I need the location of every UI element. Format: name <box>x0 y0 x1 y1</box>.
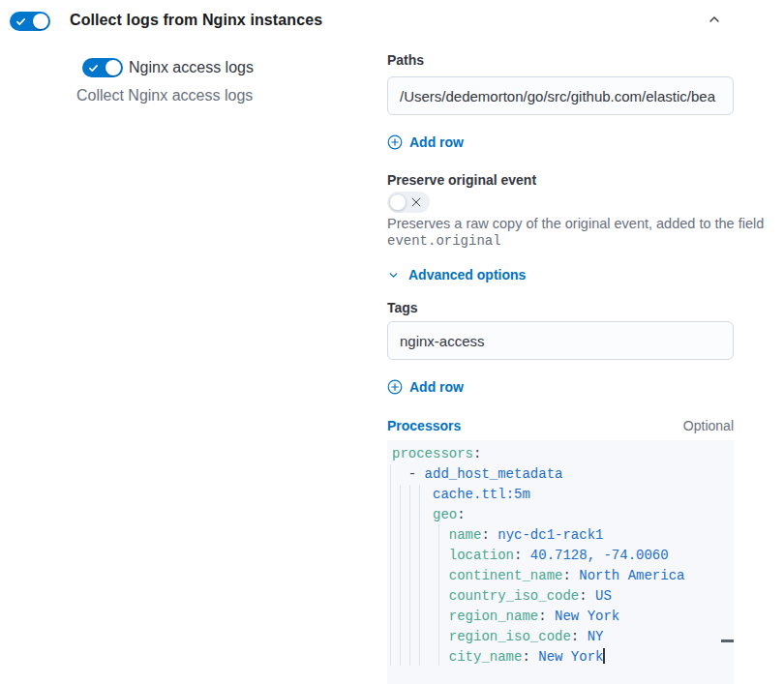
code-line: region_iso_code: NY <box>392 627 684 647</box>
yaml-value: add_host_metadata <box>425 466 563 482</box>
stream-description: Collect Nginx access logs <box>76 87 253 104</box>
advanced-options-label: Advanced options <box>408 267 526 283</box>
yaml-punctuation <box>392 609 449 624</box>
yaml-punctuation: : <box>571 629 588 644</box>
code-line: processors: <box>392 444 684 464</box>
switch-knob <box>389 193 407 211</box>
yaml-punctuation: : <box>562 568 579 583</box>
yaml-punctuation <box>392 487 433 502</box>
yaml-punctuation <box>392 568 449 583</box>
advanced-options-toggle[interactable]: Advanced options <box>387 267 526 283</box>
text-caret <box>603 648 605 664</box>
yaml-value: nyc-dc1-rack1 <box>498 527 603 543</box>
code-line: country_iso_code: US <box>392 586 684 607</box>
yaml-value: cache.ttl:5m <box>433 487 530 502</box>
cross-icon <box>409 195 423 213</box>
tags-input[interactable] <box>387 321 734 360</box>
yaml-punctuation: : <box>538 609 555 624</box>
paths-label: Paths <box>387 52 424 68</box>
yaml-punctuation: : <box>579 588 595 604</box>
yaml-key: name <box>449 527 482 543</box>
collect-logs-toggle[interactable] <box>10 12 50 31</box>
check-icon <box>15 15 27 32</box>
yaml-value: New York <box>538 649 603 665</box>
paths-add-row-button[interactable]: Add row <box>387 134 464 150</box>
plus-circle-icon <box>387 379 403 395</box>
code-line: continent_name: North America <box>392 566 684 586</box>
editor-resize-handle[interactable] <box>721 639 734 642</box>
yaml-key: processors <box>392 446 473 461</box>
panel-title: Collect logs from Nginx instances <box>70 12 322 29</box>
preserve-original-event-label: Preserve original event <box>387 172 536 188</box>
chevron-down-icon <box>387 269 400 282</box>
code-line: - add_host_metadata <box>392 464 684 485</box>
yaml-code: processors: - add_host_metadata cache.tt… <box>392 444 684 668</box>
yaml-key: continent_name <box>449 568 563 583</box>
add-row-label: Add row <box>409 134 464 150</box>
yaml-value: 40.7128, -74.0060 <box>530 548 669 563</box>
yaml-punctuation: : <box>481 527 498 543</box>
yaml-punctuation <box>392 548 449 563</box>
preserve-help-text: Preserves a raw copy of the original eve… <box>387 216 764 231</box>
plus-circle-icon <box>387 134 403 150</box>
processors-code-editor[interactable]: processors: - add_host_metadata cache.tt… <box>387 440 734 684</box>
processors-label-link[interactable]: Processors <box>387 418 461 433</box>
add-row-label: Add row <box>409 379 464 395</box>
collect-logs-panel: Collect logs from Nginx instances Nginx … <box>0 0 784 684</box>
yaml-punctuation: : <box>522 649 538 665</box>
yaml-key: region_iso_code <box>449 629 571 644</box>
yaml-key: city_name <box>449 649 523 665</box>
yaml-punctuation: : <box>457 507 465 522</box>
code-line: name: nyc-dc1-rack1 <box>392 525 684 546</box>
tags-label: Tags <box>387 300 418 315</box>
yaml-key: region_name <box>449 609 538 624</box>
yaml-punctuation <box>392 629 449 644</box>
processors-optional-badge: Optional <box>683 418 734 433</box>
check-icon <box>87 61 100 78</box>
yaml-key: geo <box>433 507 457 522</box>
code-line: city_name: New York <box>392 647 684 668</box>
yaml-value: US <box>595 588 612 604</box>
yaml-value: North America <box>579 568 684 583</box>
stream-settings-column: Paths Add row Preserve original event Pr… <box>387 0 734 684</box>
yaml-punctuation <box>392 649 449 665</box>
yaml-punctuation <box>392 527 449 543</box>
nginx-access-logs-toggle[interactable] <box>82 58 123 77</box>
code-line: location: 40.7128, -74.0060 <box>392 546 684 566</box>
switch-knob <box>33 14 48 29</box>
indent-guide <box>390 464 391 666</box>
yaml-value: New York <box>555 609 619 624</box>
yaml-key: location <box>449 548 514 563</box>
yaml-punctuation: - <box>392 466 425 482</box>
code-line: region_name: New York <box>392 607 684 627</box>
yaml-value: NY <box>588 629 604 644</box>
switch-knob <box>106 60 121 75</box>
paths-input[interactable] <box>387 76 734 115</box>
yaml-punctuation: : <box>514 548 530 563</box>
yaml-punctuation <box>392 507 433 522</box>
preserve-original-event-toggle[interactable] <box>387 192 430 213</box>
stream-toggle-label: Nginx access logs <box>129 59 254 76</box>
yaml-punctuation <box>392 588 449 604</box>
yaml-key: country_iso_code <box>449 588 579 604</box>
tags-add-row-button[interactable]: Add row <box>387 379 464 395</box>
preserve-help-code: event.original <box>387 233 501 249</box>
code-line: geo: <box>392 505 684 525</box>
code-line: cache.ttl:5m <box>392 485 684 505</box>
yaml-punctuation: : <box>473 446 481 461</box>
